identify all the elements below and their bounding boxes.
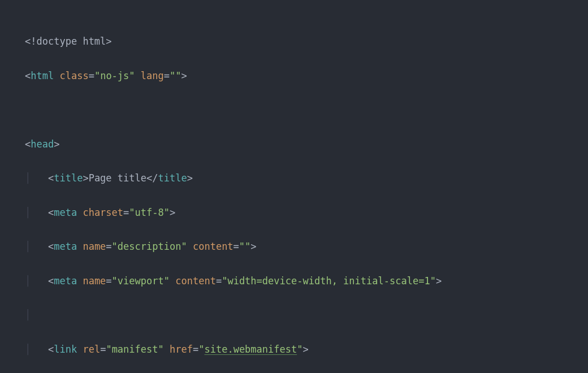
code-line-7: │ <meta name="description" content=""> xyxy=(25,238,588,255)
code-line-4: <head> xyxy=(25,136,588,153)
indent-guide: │ xyxy=(25,207,48,218)
code-line-3 xyxy=(25,101,588,118)
code-line-2: <html class="no-js" lang=""> xyxy=(25,67,588,84)
code-line-1: <!doctype html> xyxy=(25,33,588,50)
code-editor[interactable]: <!doctype html> <html class="no-js" lang… xyxy=(25,16,588,373)
indent-guide: │ xyxy=(25,275,48,287)
code-line-6: │ <meta charset="utf-8"> xyxy=(25,204,588,221)
indent-guide: │ xyxy=(25,344,48,355)
indent-guide: │ xyxy=(25,309,48,320)
code-line-10: │ <link rel="manifest" href="site.webman… xyxy=(25,341,588,358)
indent-guide: │ xyxy=(25,172,48,184)
indent-guide: │ xyxy=(25,241,48,252)
code-line-9: │ xyxy=(25,306,588,323)
code-line-8: │ <meta name="viewport" content="width=d… xyxy=(25,272,588,289)
code-line-5: │ <title>Page title</title> xyxy=(25,170,588,186)
